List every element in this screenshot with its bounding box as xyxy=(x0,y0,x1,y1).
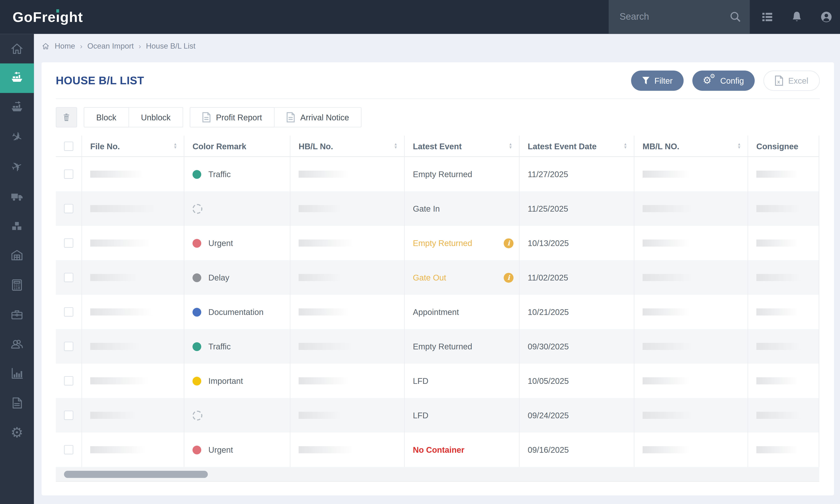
color-remark-cell: Traffic xyxy=(184,329,290,363)
latest-event-cell: Empty Returnedi xyxy=(405,226,519,260)
column-header-latest-event-date[interactable]: Latest Event Date▲▼ xyxy=(519,136,634,156)
config-button[interactable]: ⚙⚙ Config xyxy=(692,70,755,91)
breadcrumb-separator: › xyxy=(139,42,141,50)
latest-event-text: LFD xyxy=(413,376,428,385)
sidebar-item-air-import[interactable]: ✈ xyxy=(0,122,34,152)
row-checkbox[interactable] xyxy=(64,238,73,248)
remark-label: Delay xyxy=(208,273,229,282)
row-checkbox[interactable] xyxy=(64,273,73,282)
sidebar-item-accounting[interactable] xyxy=(0,270,34,300)
checkbox-cell xyxy=(56,398,82,432)
checkbox-cell xyxy=(56,226,82,260)
sidebar-item-home[interactable] xyxy=(0,34,34,64)
file-no-cell xyxy=(82,432,184,467)
row-checkbox[interactable] xyxy=(64,342,73,351)
consignee-skeleton xyxy=(756,446,800,453)
logo-teal-dot xyxy=(56,9,59,12)
row-checkbox[interactable] xyxy=(64,411,73,420)
sidebar-item-toolbox[interactable] xyxy=(0,300,34,329)
filter-button[interactable]: Filter xyxy=(631,70,683,91)
consignee-skeleton xyxy=(756,343,803,350)
column-header-latest-event[interactable]: Latest Event▲▼ xyxy=(405,136,519,156)
house-bl-table: File No.▲▼Color RemarkHB/L No.▲▼Latest E… xyxy=(56,136,819,482)
table-row[interactable]: UrgentEmpty Returnedi10/13/2025 xyxy=(56,226,819,260)
row-checkbox[interactable] xyxy=(64,169,73,179)
breadcrumb-item-0[interactable]: Home xyxy=(55,42,75,51)
hbl-no-cell xyxy=(290,191,405,226)
column-header-mb-l-no[interactable]: MB/L NO.▲▼ xyxy=(634,136,748,156)
task-list-icon[interactable] xyxy=(761,11,774,23)
row-checkbox[interactable] xyxy=(64,307,73,317)
unblock-button[interactable]: Unblock xyxy=(129,107,183,128)
breadcrumb-item-1[interactable]: Ocean Import xyxy=(87,42,134,51)
excel-export-button[interactable]: x Excel xyxy=(764,70,820,91)
report-group: Profit Report Arrival Notice xyxy=(190,107,361,128)
remark-color-dot xyxy=(193,376,201,385)
sidebar-item-contacts[interactable] xyxy=(0,329,34,359)
table-row[interactable]: ImportantLFD10/05/2025 xyxy=(56,363,819,398)
sidebar-item-reports[interactable] xyxy=(0,359,34,388)
latest-event-date-cell: 09/24/2025 xyxy=(519,398,634,432)
breadcrumb-home-icon[interactable] xyxy=(42,42,50,50)
latest-event-date: 09/24/2025 xyxy=(528,411,569,420)
remark-label: Urgent xyxy=(208,445,233,454)
sidebar-item-documents[interactable] xyxy=(0,388,34,418)
table-row[interactable]: UrgentNo Container09/16/2025 xyxy=(56,432,819,467)
row-checkbox[interactable] xyxy=(64,445,73,454)
sidebar-item-trucking[interactable] xyxy=(0,181,34,211)
block-button[interactable]: Block xyxy=(84,107,129,128)
gofreight-app: GoFreıght ✈✈⚙ Home›Ocean Import›House B/… xyxy=(0,0,840,504)
table-row[interactable]: Gate In11/25/2025 xyxy=(56,191,819,226)
remark-empty-dot xyxy=(193,204,202,213)
table-row[interactable]: TrafficEmpty Returned09/30/2025 xyxy=(56,329,819,363)
sort-icon[interactable]: ▲▼ xyxy=(174,143,177,149)
sidebar-item-ocean-export[interactable] xyxy=(0,93,34,122)
latest-event-text: No Container xyxy=(413,445,464,454)
hbl-no-skeleton xyxy=(299,377,351,384)
table-row[interactable]: DelayGate Outi11/02/2025 xyxy=(56,260,819,295)
sort-icon[interactable]: ▲▼ xyxy=(623,143,627,149)
remark-label: Important xyxy=(208,376,243,385)
sidebar-item-air-export[interactable]: ✈ xyxy=(0,152,34,181)
sort-icon[interactable]: ▲▼ xyxy=(737,143,741,149)
sidebar-item-warehouse[interactable] xyxy=(0,240,34,270)
file-no-skeleton xyxy=(90,274,141,281)
sidebar-item-settings[interactable]: ⚙ xyxy=(0,418,34,447)
select-all-checkbox[interactable] xyxy=(64,141,73,150)
mbl-no-skeleton xyxy=(643,170,692,178)
table-row[interactable]: LFD09/24/2025 xyxy=(56,398,819,432)
notifications-bell-icon[interactable] xyxy=(790,11,803,23)
document-icon xyxy=(287,112,295,123)
color-remark-cell: Urgent xyxy=(184,432,290,467)
excel-file-icon: x xyxy=(775,75,783,86)
top-bar: GoFreıght xyxy=(0,0,840,34)
table-row[interactable]: DocumentationAppointment10/21/2025 xyxy=(56,295,819,329)
info-icon[interactable]: i xyxy=(504,272,514,282)
delete-button[interactable] xyxy=(56,107,77,128)
latest-event-text: Empty Returned xyxy=(413,238,472,248)
latest-event-text: Gate Out xyxy=(413,273,446,282)
latest-event-date: 09/16/2025 xyxy=(528,445,569,454)
arrival-notice-button[interactable]: Arrival Notice xyxy=(274,107,362,128)
column-header-hb-l-no[interactable]: HB/L No.▲▼ xyxy=(290,136,405,156)
horizontal-scrollbar-track[interactable] xyxy=(56,467,819,482)
search-icon[interactable] xyxy=(729,11,742,23)
row-checkbox[interactable] xyxy=(64,204,73,213)
row-checkbox[interactable] xyxy=(64,376,73,385)
column-header-file-no[interactable]: File No.▲▼ xyxy=(82,136,184,156)
user-avatar-icon[interactable] xyxy=(820,11,833,23)
sidebar-item-ocean-import[interactable] xyxy=(0,64,34,93)
mbl-no-skeleton xyxy=(643,239,692,247)
plane-takeoff-icon: ✈ xyxy=(12,160,22,173)
info-icon[interactable]: i xyxy=(504,238,514,248)
profit-report-button[interactable]: Profit Report xyxy=(190,107,274,128)
sort-icon[interactable]: ▲▼ xyxy=(508,143,513,149)
consignee-cell xyxy=(748,329,819,363)
table-row[interactable]: TrafficEmpty Returned11/27/2025 xyxy=(56,157,819,191)
gofreight-logo[interactable]: GoFreıght xyxy=(0,8,83,25)
checkbox-cell xyxy=(56,363,82,398)
sort-icon[interactable]: ▲▼ xyxy=(394,143,398,149)
search-input[interactable] xyxy=(619,11,729,23)
sidebar-item-shipments[interactable] xyxy=(0,211,34,240)
horizontal-scrollbar-thumb[interactable] xyxy=(64,471,208,478)
